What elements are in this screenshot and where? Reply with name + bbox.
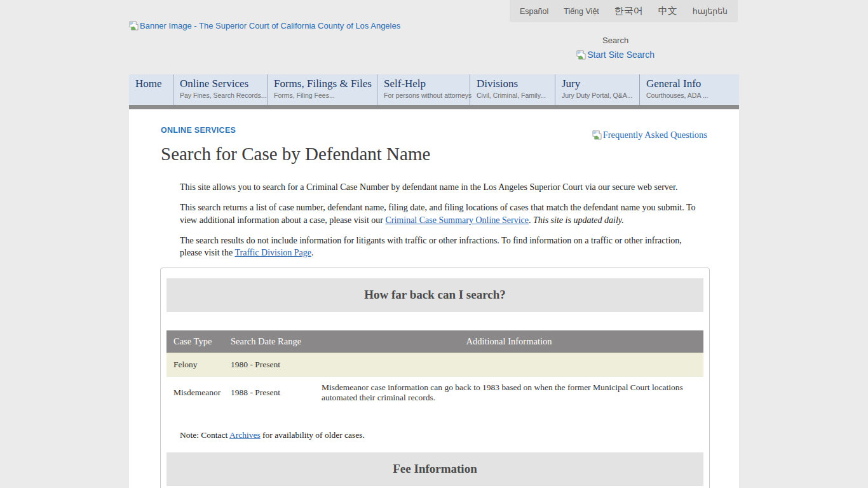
intro-paragraphs: This site allows you to search for a Cri… bbox=[180, 181, 697, 259]
nav-divider-strip bbox=[129, 105, 739, 109]
nav-subtitle: Courthouses, ADA ... bbox=[646, 92, 739, 99]
cell-info: Misdemeanor case information can go back… bbox=[315, 377, 703, 409]
faq-link-label: Frequently Asked Questions bbox=[603, 130, 707, 140]
cell-case-type: Felony bbox=[166, 353, 224, 377]
nav-title: Self-Help bbox=[384, 78, 470, 90]
updated-daily-note: This site is updated daily. bbox=[533, 215, 624, 225]
traffic-division-link[interactable]: Traffic Division Page bbox=[234, 248, 311, 257]
table-row-felony: Felony 1980 - Present bbox=[166, 353, 703, 377]
criminal-case-summary-link[interactable]: Criminal Case Summary Online Service bbox=[385, 215, 529, 225]
search-range-table: Case Type Search Date Range Additional I… bbox=[166, 330, 703, 409]
how-far-back-title: How far back can I search? bbox=[364, 288, 506, 302]
nav-subtitle: Jury Duty Portal, Q&A... bbox=[562, 92, 639, 99]
banner-alt-text: Banner Image - The Superior Court of Cal… bbox=[140, 21, 400, 30]
court-banner-link[interactable]: Banner Image - The Superior Court of Cal… bbox=[129, 21, 400, 30]
note-text-before: Note: Contact bbox=[180, 430, 229, 440]
nav-item-jury[interactable]: Jury Jury Duty Portal, Q&A... bbox=[555, 74, 640, 105]
header-additional-information: Additional Information bbox=[315, 330, 703, 353]
nav-title: General Info bbox=[646, 78, 739, 90]
site-search-block: Search Start Site Search bbox=[576, 36, 654, 60]
nav-item-general-info[interactable]: General Info Courthouses, ADA ... bbox=[640, 74, 739, 105]
start-site-search-label: Start Site Search bbox=[587, 50, 654, 60]
nav-subtitle: Forms, Filing Fees... bbox=[274, 92, 377, 99]
archives-link[interactable]: Archives bbox=[229, 430, 261, 440]
cell-case-type: Misdemeanor bbox=[166, 377, 224, 409]
main-nav: Home Online Services Pay Fines, Search R… bbox=[129, 74, 739, 105]
intro-paragraph-1-text: This site allows you to search for a Cri… bbox=[180, 182, 677, 192]
main-content: Frequently Asked Questions ONLINE SERVIC… bbox=[129, 109, 739, 488]
page-title: Search for Case by Defendant Name bbox=[161, 144, 739, 165]
nav-item-self-help[interactable]: Self-Help For persons without attorneys bbox=[377, 74, 470, 105]
broken-image-icon bbox=[592, 130, 602, 140]
site-header: Banner Image - The Superior Court of Cal… bbox=[129, 0, 739, 74]
intro-paragraph-2: This search returns a list of case numbe… bbox=[180, 201, 697, 226]
how-far-back-banner: How far back can I search? bbox=[166, 278, 703, 312]
nav-item-divisions[interactable]: Divisions Civil, Criminal, Family... bbox=[470, 74, 555, 105]
nav-subtitle: Pay Fines, Search Records... bbox=[180, 92, 267, 99]
nav-item-forms-filings-files[interactable]: Forms, Filings & Files Forms, Filing Fee… bbox=[268, 74, 377, 105]
note-text-after: for availability of older cases. bbox=[261, 430, 365, 440]
nav-item-online-services[interactable]: Online Services Pay Fines, Search Record… bbox=[173, 74, 268, 105]
broken-image-icon bbox=[576, 50, 586, 60]
header-case-type: Case Type bbox=[166, 330, 224, 353]
table-row-misdemeanor: Misdemeanor 1988 - Present Misdemeanor c… bbox=[166, 377, 703, 409]
broken-image-icon bbox=[129, 21, 139, 30]
nav-subtitle: Civil, Criminal, Family... bbox=[477, 92, 555, 99]
nav-title: Jury bbox=[562, 78, 639, 90]
fee-information-banner: Fee Information bbox=[166, 452, 703, 486]
archives-note: Note: Contact Archives for availability … bbox=[180, 430, 703, 440]
intro-paragraph-2-dot: . bbox=[529, 215, 533, 225]
cell-date-range: 1988 - Present bbox=[224, 377, 315, 409]
nav-item-home[interactable]: Home bbox=[129, 74, 173, 105]
nav-title: Home bbox=[135, 78, 173, 90]
faq-link[interactable]: Frequently Asked Questions bbox=[592, 130, 707, 140]
cell-date-range: 1980 - Present bbox=[224, 353, 315, 377]
search-label: Search bbox=[602, 36, 628, 45]
intro-paragraph-1: This site allows you to search for a Cri… bbox=[180, 181, 697, 193]
nav-title: Online Services bbox=[180, 78, 267, 90]
table-header-row: Case Type Search Date Range Additional I… bbox=[166, 330, 703, 353]
nav-subtitle: For persons without attorneys bbox=[384, 92, 470, 99]
intro-paragraph-3: The search results do not include inform… bbox=[180, 234, 697, 259]
nav-title: Divisions bbox=[477, 78, 555, 90]
nav-title: Forms, Filings & Files bbox=[274, 78, 377, 90]
intro-paragraph-3-period: . bbox=[311, 248, 314, 257]
page-container: Español Tiếng Việt 한국어 中文 հայերեն Banner… bbox=[129, 0, 739, 488]
fee-information-title: Fee Information bbox=[393, 462, 477, 476]
start-site-search-link[interactable]: Start Site Search bbox=[576, 50, 654, 60]
cell-info bbox=[315, 353, 703, 377]
search-info-box: How far back can I search? Case Type Sea… bbox=[160, 268, 710, 488]
header-search-date-range: Search Date Range bbox=[224, 330, 315, 353]
